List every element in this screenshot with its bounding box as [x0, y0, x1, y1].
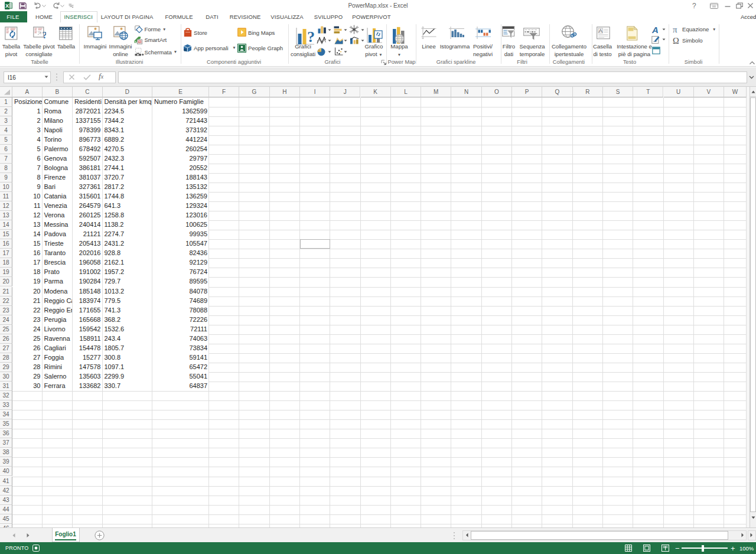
svg-text:A: A — [651, 26, 659, 34]
svg-text:A: A — [599, 28, 602, 34]
svg-text:?: ? — [43, 30, 47, 40]
svg-text:π: π — [673, 25, 677, 34]
svg-text:?: ? — [307, 28, 315, 45]
svg-text:Ω: Ω — [673, 37, 679, 45]
